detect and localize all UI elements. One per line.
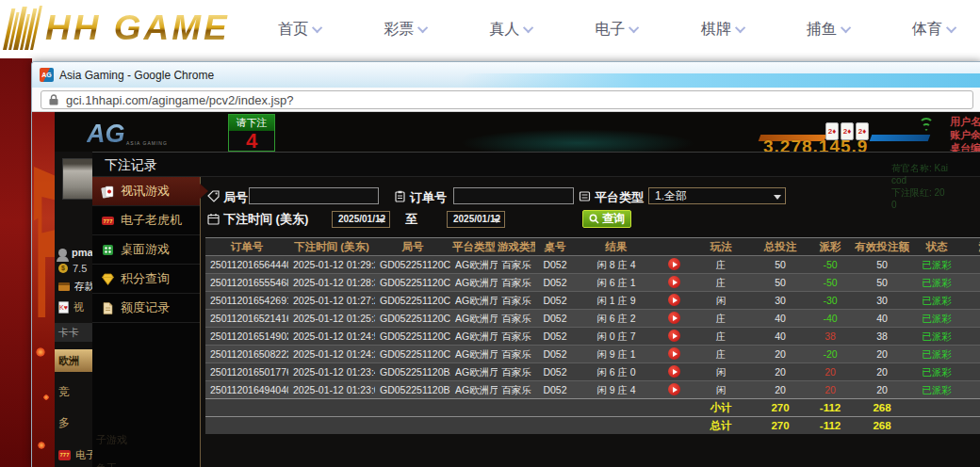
order-filter-label: 订单号: [410, 189, 447, 206]
cell-order-number: 250112016555468: [205, 274, 288, 291]
cell-game-detail: [961, 292, 980, 309]
ag-logo-subtext: ASIA GAMING: [126, 140, 168, 146]
subtotal-label: 小计: [690, 399, 752, 416]
cell-status: 已派彩: [912, 310, 961, 327]
promo-background-strip: [0, 58, 32, 467]
order-input[interactable]: [453, 187, 574, 204]
deposit-card-icon: [58, 282, 70, 291]
play-icon: [668, 276, 680, 288]
address-bar[interactable]: gci.1hhapi.com/agingame/pcv2/index.jsp?: [41, 90, 973, 109]
cell-payout: -50: [808, 274, 852, 291]
nav-item-boardgames[interactable]: 棋牌: [701, 20, 745, 40]
cell-game-type: 百家乐: [498, 292, 535, 309]
cell-platform: AG欧洲厅: [450, 292, 498, 309]
menu-item-duo[interactable]: 多: [55, 415, 93, 431]
replay-button[interactable]: [658, 292, 690, 309]
promo-glyph: [34, 167, 55, 317]
menu-item-europe[interactable]: 欧洲: [55, 349, 93, 372]
cell-result: 闲 8 庄 4: [575, 256, 658, 273]
sidebar-item-live-games[interactable]: 视讯游戏: [92, 177, 200, 206]
spark: [38, 442, 45, 449]
nav-item-home[interactable]: 首页: [278, 20, 322, 40]
nav-item-sports[interactable]: 体育: [912, 20, 956, 40]
cell-game-type: 百家乐: [498, 381, 535, 398]
cell-result: 闲 6 庄 0: [575, 363, 658, 380]
cell-round-number: GD052251120C5: [375, 292, 450, 309]
cell-bet-time: 2025-01-12 01:27:27: [288, 292, 375, 309]
dice-icon: [101, 243, 115, 257]
svg-text:777: 777: [103, 218, 113, 224]
platform-filter-label: 平台类型: [595, 189, 644, 206]
cell-round-number: GD052251120BZ: [375, 363, 450, 380]
replay-button[interactable]: [658, 346, 690, 362]
cell-valid-bet: 20: [852, 381, 912, 398]
cell-round-number: GD052251120C1: [375, 328, 450, 345]
replay-button[interactable]: [658, 274, 690, 291]
dropdown-caret-icon: [774, 195, 781, 200]
replay-button[interactable]: [658, 363, 690, 380]
ag-header-strip: AG ASIA GAMING 请下注 4 2♦ 2♦ 2♦ 3,278,145.…: [55, 112, 980, 152]
cell-table-number: D052: [535, 292, 575, 309]
sidebar-item-points-query[interactable]: 积分查询: [92, 265, 200, 294]
cell-table-number: D052: [535, 363, 575, 380]
cell-payout: -50: [808, 256, 852, 273]
sidebar-item-table-games[interactable]: 桌面游戏: [92, 235, 200, 265]
cell-valid-bet: 50: [852, 256, 912, 273]
cell-order-number: 250112016564440: [205, 256, 288, 273]
nav-item-slots[interactable]: 电子: [595, 20, 639, 40]
cell-game-detail: [961, 381, 980, 398]
url-text: gci.1hhapi.com/agingame/pcv2/index.jsp?: [66, 93, 293, 107]
dropdown-caret-icon: [493, 218, 500, 223]
sidebar-username: pma: [55, 247, 93, 258]
nav-item-lottery[interactable]: 彩票: [384, 20, 428, 40]
sidebar-item-credit-records[interactable]: 额度记录: [92, 294, 200, 323]
cell-valid-bet: 38: [852, 328, 912, 345]
replay-button[interactable]: [658, 381, 690, 398]
col-bet-type: 玩法: [690, 238, 752, 255]
round-input[interactable]: [249, 187, 379, 204]
replay-button[interactable]: [658, 256, 690, 273]
video-menu-item[interactable]: K♥视: [55, 300, 93, 314]
menu-item-slots[interactable]: 777电子: [55, 448, 93, 462]
col-status: 状态: [912, 238, 961, 255]
cell-round-number: GD052251120C0: [375, 346, 450, 362]
nav-item-live[interactable]: 真人: [489, 20, 533, 40]
platform-select[interactable]: 1.全部: [648, 187, 786, 204]
date-to-select[interactable]: 2025/01/12: [447, 211, 505, 228]
cell-game-type: 百家乐: [498, 310, 535, 327]
cell-bet-type: 庄: [690, 310, 752, 327]
tag-icon: [207, 190, 220, 202]
site-logo[interactable]: HH GAME: [8, 6, 230, 50]
coin-icon: $: [58, 264, 68, 273]
col-payout: 派彩: [808, 238, 852, 255]
cell-result: 闲 1 庄 9: [575, 292, 658, 309]
window-titlebar[interactable]: AG Asia Gaming - Google Chrome: [32, 62, 980, 88]
replay-button[interactable]: [658, 310, 690, 327]
cell-payout: 38: [808, 328, 852, 345]
cell-payout: -20: [808, 346, 852, 362]
table-header-row: 订单号 下注时间 (美东) 局号 平台类型 游戏类型 桌号 结果 玩法 总投注 …: [205, 237, 980, 256]
cell-platform: AG欧洲厅: [450, 274, 498, 291]
col-table-no: 桌号: [535, 238, 575, 255]
cell-total-bet: 40: [752, 310, 808, 327]
chevron-down-icon: [841, 23, 851, 33]
cell-status: 已派彩: [912, 256, 961, 273]
chevron-down-icon: [312, 23, 322, 33]
table-row: 250112016514902 2025-01-12 01:24:57 GD05…: [205, 327, 980, 345]
replay-button[interactable]: [658, 328, 690, 345]
play-icon: [668, 294, 680, 306]
col-valid-bet: 有效投注额: [852, 238, 912, 255]
menu-item-kaka[interactable]: 卡卡: [55, 323, 93, 342]
cell-bet-time: 2025-01-12 01:23:41: [288, 363, 375, 380]
cards-icon: K♥: [58, 301, 69, 314]
date-from-select[interactable]: 2025/01/12: [332, 211, 390, 228]
cell-order-number: 250112016501776: [205, 363, 288, 380]
deposit-button[interactable]: 存款: [55, 280, 93, 294]
menu-item-jing[interactable]: 竞: [55, 384, 93, 400]
nav-item-fishing[interactable]: 捕鱼: [807, 20, 851, 40]
search-button[interactable]: 查询: [582, 210, 631, 228]
cell-round-number: GD052251120BY: [375, 381, 450, 398]
sidebar-item-slot-machines[interactable]: 777 电子老虎机: [92, 206, 200, 235]
chevron-down-icon: [417, 23, 428, 33]
cell-result: 闲 9 庄 4: [575, 381, 658, 398]
